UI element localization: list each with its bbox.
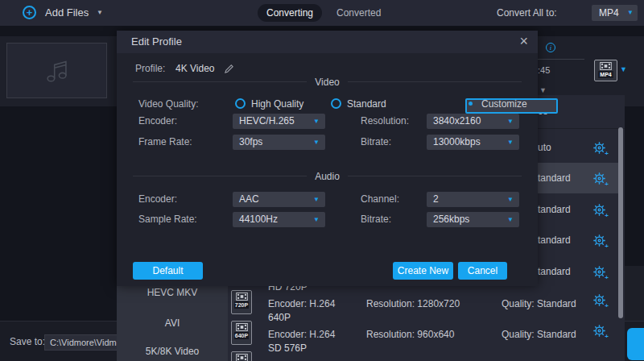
film-icon (236, 354, 248, 361)
tab-converted[interactable]: Converted (336, 0, 381, 26)
radio-high-quality[interactable] (235, 98, 246, 109)
gear-plus-icon[interactable]: + (592, 234, 606, 247)
gear-plus-icon[interactable]: + (592, 293, 606, 307)
create-new-button[interactable]: Create New (393, 262, 453, 280)
add-files-caret-icon[interactable]: ▼ (97, 0, 103, 26)
format-title: 640P (268, 312, 291, 323)
chevron-down-icon: ▼ (507, 192, 514, 207)
icon-badge-label: 720P (234, 301, 249, 309)
edit-profile-dialog: Edit Profile × Profile: 4K Video Video V… (117, 31, 538, 286)
quality-fragment: tandard (538, 204, 571, 215)
output-format-button[interactable]: MP4 (594, 60, 617, 81)
samplerate-value: 44100Hz (239, 212, 278, 227)
film-icon (236, 323, 248, 331)
music-note-icon (42, 56, 72, 86)
audio-section-label: Audio (315, 171, 340, 182)
format-encoder: Encoder: H.264 (268, 298, 335, 309)
convert-all-button[interactable] (627, 328, 644, 360)
gear-plus-icon[interactable]: + (592, 324, 606, 338)
audio-thumbnail (6, 43, 107, 98)
format-caret-icon[interactable]: ▼ (620, 65, 627, 73)
convert-all-format-select[interactable]: MP4 ▼ (592, 5, 638, 21)
gear-plus-icon[interactable]: + (592, 203, 606, 217)
format-encoder: Encoder: H.264 (268, 329, 335, 340)
film-icon (600, 62, 612, 70)
resolution-select[interactable]: 3840x2160▼ (427, 114, 519, 129)
resolution-value: 3840x2160 (433, 114, 481, 129)
audio-encoder-row: Encoder: AAC▼ Channel: 2▼ (117, 192, 538, 207)
video-bitrate-select[interactable]: 13000kbps▼ (427, 135, 519, 150)
format-icon-sd576p (231, 351, 252, 361)
format-quality: Quality: Standard (502, 329, 576, 340)
chevron-down-icon: ▼ (507, 212, 514, 227)
audio-bitrate-select[interactable]: 256kbps▼ (427, 212, 519, 227)
chevron-down-icon: ▼ (313, 135, 320, 150)
chevron-down-icon: ▼ (507, 135, 514, 150)
channel-label: Channel: (361, 192, 399, 207)
format-row-sd576p[interactable]: SD 576P (117, 340, 625, 361)
video-section-divider: Video (133, 77, 522, 87)
channel-value: 2 (433, 192, 439, 207)
app-window: i :45 MP4 ▼ ▼ Save to: C:\Vidmore\Vidmor… (0, 0, 644, 361)
dialog-header: Edit Profile × (117, 31, 538, 53)
samplerate-label: Sample Rate: (138, 212, 197, 227)
format-badge: MP4 (598, 71, 613, 78)
video-quality-row: Video Quality: High Quality Standard Cus… (117, 98, 538, 110)
tab-converting[interactable]: Converting (258, 4, 322, 22)
chevron-down-icon: ▼ (313, 192, 320, 207)
samplerate-select[interactable]: 44100Hz▼ (233, 212, 325, 227)
radio-high-quality-label: High Quality (251, 98, 303, 110)
audio-bitrate-label: Bitrate: (361, 212, 391, 227)
gear-plus-icon[interactable]: + (592, 265, 606, 279)
add-files-button[interactable]: Add Files (45, 0, 89, 26)
duration-text: :45 (538, 65, 550, 75)
video-encoder-row: Encoder: HEVC/H.265▼ Resolution: 3840x21… (117, 114, 538, 129)
video-bitrate-label: Bitrate: (361, 135, 391, 150)
save-path-input[interactable]: C:\Vidmore\Vidmor (44, 334, 125, 351)
video-quality-label: Video Quality: (138, 98, 199, 110)
video-section-label: Video (315, 77, 339, 88)
right-edge-panel (625, 266, 644, 324)
radio-standard[interactable] (331, 98, 341, 109)
chevron-down-icon: ▼ (313, 212, 320, 227)
default-button[interactable]: Default (133, 262, 203, 280)
chevron-down-icon: ▼ (627, 5, 634, 21)
framerate-select[interactable]: 30fps▼ (233, 135, 325, 150)
framerate-value: 30fps (239, 135, 262, 150)
format-resolution: Resolution: 960x640 (366, 329, 454, 340)
quality-fragment: tandard (538, 172, 571, 184)
popup-scrollbar[interactable] (618, 127, 623, 318)
gear-plus-icon[interactable]: + (592, 141, 606, 155)
video-encoder-select[interactable]: HEVC/H.265▼ (233, 114, 325, 129)
hidden-dropdown-caret-icon[interactable]: ▼ (539, 86, 547, 94)
radio-customize-label: Customize (481, 98, 527, 110)
format-resolution: Resolution: 1280x720 (366, 298, 460, 309)
channel-select[interactable]: 2▼ (427, 192, 519, 207)
top-bar: + Add Files ▼ Converting Converted Conve… (0, 0, 644, 26)
convert-all-to-label: Convert All to: (497, 0, 557, 26)
chevron-down-icon: ▼ (313, 114, 320, 129)
video-bitrate-value: 13000kbps (433, 135, 481, 150)
gear-plus-icon[interactable]: + (592, 172, 606, 185)
resolution-label: Resolution: (361, 114, 409, 129)
audio-encoder-select[interactable]: AAC▼ (233, 192, 325, 207)
cancel-button[interactable]: Cancel (458, 262, 507, 280)
format-row-640p[interactable]: 640P 640P Encoder: H.264 Resolution: 960… (117, 309, 625, 340)
dialog-buttons-row: Default Create New Cancel (117, 262, 538, 280)
framerate-label: Frame Rate: (138, 135, 192, 150)
encoder-label: Encoder: (138, 114, 177, 129)
convert-all-format-value: MP4 (599, 5, 619, 21)
framerate-row: Frame Rate: 30fps▼ Bitrate: 13000kbps▼ (117, 135, 538, 150)
profile-label: Profile: (135, 63, 165, 74)
audio-encoder-label: Encoder: (138, 192, 177, 207)
add-files-plus-icon[interactable]: + (23, 6, 36, 19)
close-icon[interactable]: × (519, 31, 528, 52)
audio-encoder-value: AAC (239, 192, 259, 207)
audio-bitrate-value: 256kbps (433, 212, 469, 227)
radio-standard-label: Standard (347, 98, 386, 110)
edit-pencil-icon[interactable] (224, 63, 234, 77)
save-to-label: Save to: (10, 336, 45, 347)
format-title: SD 576P (268, 342, 307, 354)
samplerate-row: Sample Rate: 44100Hz▼ Bitrate: 256kbps▼ (117, 212, 538, 227)
info-icon[interactable]: i (546, 43, 555, 52)
